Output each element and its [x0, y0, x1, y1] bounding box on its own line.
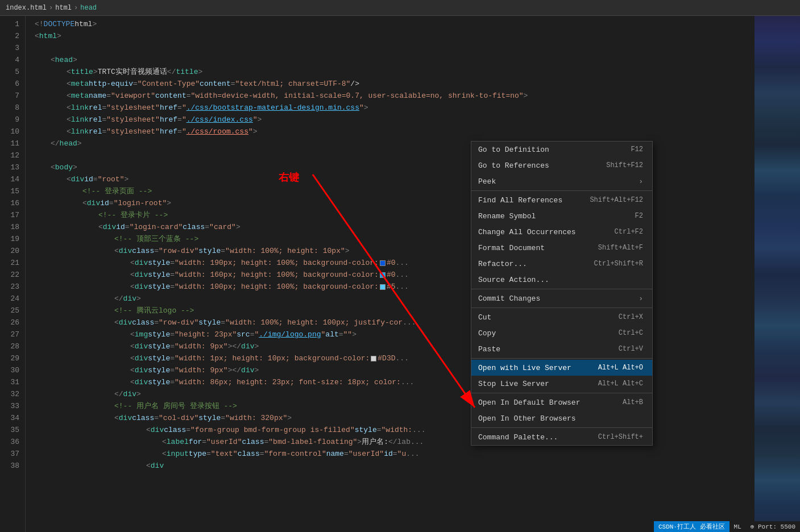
- line-numbers: 12345 678910 1112131415 1617181920 21222…: [0, 16, 26, 532]
- menu-separator-6: [471, 427, 652, 428]
- menu-item-label: Stop Live Server: [478, 380, 549, 388]
- code-line-1: <!DOCTYPE html>: [35, 18, 755, 30]
- menu-item-label: Paste: [478, 345, 500, 354]
- menu-item-cut[interactable]: Cut Ctrl+X: [471, 309, 652, 325]
- menu-item-peek[interactable]: Peek ›: [471, 173, 652, 189]
- menu-separator-5: [471, 393, 652, 393]
- menu-item-label: Rename Symbol: [478, 212, 536, 221]
- menu-item-format-document[interactable]: Format Document Shift+Alt+F: [471, 240, 652, 256]
- code-line-38: <div: [35, 460, 755, 472]
- status-ml: ML: [729, 522, 746, 531]
- menu-item-shortcut: Shift+F12: [606, 161, 643, 169]
- menu-item-label: Peek: [478, 177, 496, 186]
- menu-separator-3: [471, 307, 652, 308]
- menu-item-find-all-references[interactable]: Find All References Shift+Alt+F12: [471, 192, 652, 208]
- breadcrumb-item-html[interactable]: html: [55, 4, 72, 12]
- code-line-9: <link rel="stylesheet" href="./css/index…: [35, 114, 755, 126]
- chevron-right-icon-2: ›: [639, 294, 643, 303]
- menu-item-command-palette[interactable]: Command Palette... Ctrl+Shift+: [471, 429, 652, 445]
- menu-item-label: Open with Live Server: [478, 364, 571, 372]
- menu-item-shortcut: Ctrl+C: [619, 329, 643, 337]
- code-line-8: <link rel="stylesheet" href="./css/boots…: [35, 102, 755, 114]
- menu-item-shortcut: Ctrl+V: [619, 345, 643, 353]
- menu-item-shortcut: F12: [631, 146, 643, 153]
- menu-item-source-action[interactable]: Source Action...: [471, 272, 652, 288]
- code-line-37: <input type="text" class="form-control" …: [35, 448, 755, 460]
- menu-item-shortcut: Ctrl+Shift+R: [594, 260, 643, 268]
- menu-item-label: Command Palette...: [478, 433, 558, 442]
- menu-item-label: Source Action...: [478, 276, 549, 284]
- menu-item-shortcut: Shift+Alt+F: [598, 244, 643, 252]
- menu-separator-2: [471, 289, 652, 289]
- code-line-3: [35, 42, 755, 54]
- menu-item-shortcut: Alt+B: [623, 398, 643, 406]
- menu-separator-1: [471, 190, 652, 191]
- menu-item-label: Change All Occurrences: [478, 228, 576, 236]
- menu-item-shortcut: F2: [635, 212, 643, 220]
- menu-item-paste[interactable]: Paste Ctrl+V: [471, 341, 652, 357]
- menu-item-label: Commit Changes: [478, 294, 540, 303]
- code-line-4: <head>: [35, 54, 755, 66]
- menu-item-open-default-browser[interactable]: Open In Default Browser Alt+B: [471, 394, 652, 410]
- menu-item-label: Format Document: [478, 244, 545, 252]
- menu-item-label: Open In Default Browser: [478, 398, 580, 407]
- breadcrumb-item-head[interactable]: head: [80, 4, 97, 12]
- menu-item-rename-symbol[interactable]: Rename Symbol F2: [471, 208, 652, 224]
- menu-item-label: Cut: [478, 313, 491, 322]
- menu-item-commit-changes[interactable]: Commit Changes ›: [471, 290, 652, 306]
- context-menu[interactable]: Go to Definition F12 Go to References Sh…: [471, 141, 653, 446]
- menu-item-label: Go to References: [478, 161, 549, 170]
- menu-item-shortcut: Alt+L Alt+O: [598, 364, 643, 372]
- breadcrumb: index.html › html › head: [0, 0, 800, 16]
- code-line-7: <meta name="viewport" content="width=dev…: [35, 90, 755, 102]
- code-line-2: <html>: [35, 30, 755, 42]
- menu-item-label: Copy: [478, 329, 496, 338]
- chevron-right-icon: ›: [639, 177, 643, 186]
- menu-item-go-to-references[interactable]: Go to References Shift+F12: [471, 157, 652, 173]
- code-line-6: <meta http-equiv="Content-Type" content=…: [35, 78, 755, 90]
- menu-item-label: Refactor...: [478, 260, 527, 268]
- menu-item-stop-live-server[interactable]: Stop Live Server Alt+L Alt+C: [471, 376, 652, 392]
- menu-item-label: Open In Other Browsers: [478, 414, 576, 423]
- menu-separator-4: [471, 358, 652, 359]
- menu-item-copy[interactable]: Copy Ctrl+C: [471, 325, 652, 341]
- menu-item-open-other-browsers[interactable]: Open In Other Browsers: [471, 410, 652, 426]
- status-csdn: CSDN·打工人 必看社区: [654, 521, 729, 532]
- menu-item-open-live-server[interactable]: Open with Live Server Alt+L Alt+O: [471, 360, 652, 376]
- menu-item-change-all-occurrences[interactable]: Change All Occurrences Ctrl+F2: [471, 224, 652, 240]
- status-port: ⊕ Port: 5500: [746, 522, 800, 531]
- menu-item-shortcut: Alt+L Alt+C: [598, 380, 643, 388]
- menu-item-refactor[interactable]: Refactor... Ctrl+Shift+R: [471, 256, 652, 272]
- editor-container: 12345 678910 1112131415 1617181920 21222…: [0, 16, 800, 532]
- menu-item-label: Go to Definition: [478, 146, 549, 154]
- menu-item-shortcut: Shift+Alt+F12: [590, 196, 643, 204]
- minimap: [755, 16, 800, 532]
- breadcrumb-item-file[interactable]: index.html: [6, 4, 47, 12]
- menu-item-go-to-definition[interactable]: Go to Definition F12: [471, 142, 652, 157]
- minimap-content: [755, 16, 800, 532]
- menu-item-shortcut: Ctrl+F2: [615, 228, 643, 236]
- code-line-10: <link rel="stylesheet" href="./css/room.…: [35, 126, 755, 138]
- menu-item-shortcut: Ctrl+X: [619, 313, 643, 321]
- menu-item-shortcut: Ctrl+Shift+: [598, 433, 643, 441]
- menu-item-label: Find All References: [478, 196, 562, 205]
- code-line-5: <title>TRTC实时音视频通话</title>: [35, 66, 755, 78]
